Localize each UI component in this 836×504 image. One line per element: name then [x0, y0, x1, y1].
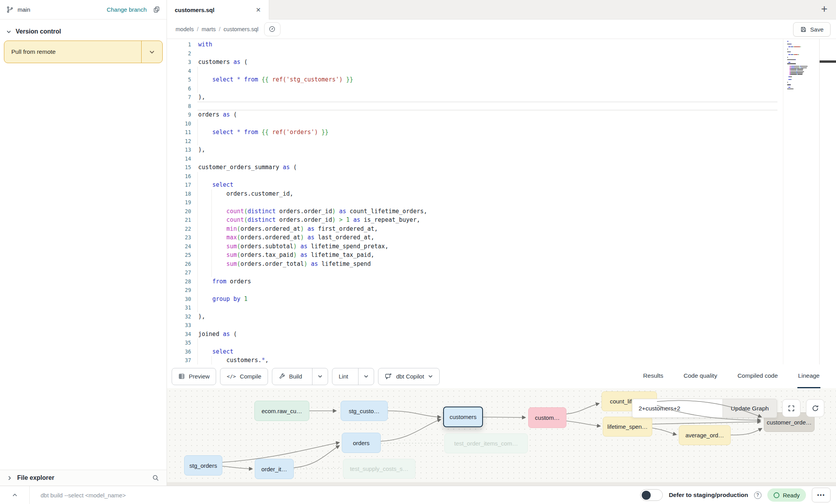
more-options-button[interactable]: •••: [812, 488, 831, 502]
defer-toggle[interactable]: [640, 489, 663, 501]
code-editor[interactable]: 1with23customers as (45 select * from {{…: [167, 39, 836, 364]
code-line[interactable]: 7),: [167, 93, 836, 102]
code-line[interactable]: 19: [167, 198, 836, 207]
code-line[interactable]: 22 min(orders.ordered_at) as first_order…: [167, 225, 836, 233]
pull-dropdown-chevron[interactable]: [141, 41, 162, 63]
build-split-button: Build: [272, 368, 328, 385]
tab-code-quality[interactable]: Code quality: [683, 364, 718, 388]
code-line[interactable]: 10: [167, 119, 836, 128]
code-line[interactable]: 6: [167, 84, 836, 93]
lineage-node[interactable]: customers: [443, 407, 483, 427]
lineage-node[interactable]: test_supply_costs_s…: [343, 459, 415, 479]
code-line[interactable]: 1with: [167, 40, 836, 49]
code-line[interactable]: 16: [167, 172, 836, 181]
code-line[interactable]: 34joined as (: [167, 330, 836, 339]
code-line[interactable]: 27: [167, 268, 836, 277]
close-icon[interactable]: ✕: [256, 6, 261, 14]
code-line[interactable]: 18 orders.customer_id,: [167, 189, 836, 198]
lineage-hscrollbar[interactable]: [167, 482, 836, 486]
lineage-node[interactable]: stg_custo…: [341, 401, 388, 421]
tab-results[interactable]: Results: [643, 364, 664, 388]
code-line[interactable]: 3customers as (: [167, 58, 836, 67]
breadcrumb-models[interactable]: models: [176, 26, 194, 32]
save-label: Save: [810, 26, 824, 33]
code-line[interactable]: 31: [167, 303, 836, 312]
code-line[interactable]: 5 select * from {{ ref('stg_customers') …: [167, 75, 836, 84]
dbt-ide-app: main Change branch Version control Pull …: [0, 0, 836, 504]
code-line[interactable]: 21 count(distinct orders.order_id) > 1 a…: [167, 216, 836, 225]
lint-dropdown-chevron[interactable]: [358, 368, 374, 385]
code-line[interactable]: 37 customers.*,: [167, 356, 836, 364]
lineage-node[interactable]: average_ord…: [679, 425, 731, 445]
code-line[interactable]: 11 select * from {{ ref('orders') }}: [167, 128, 836, 137]
breadcrumb-file[interactable]: customers.sql: [224, 26, 258, 32]
command-input[interactable]: dbt build --select <model_name>: [41, 492, 126, 499]
lineage-node[interactable]: custom…: [528, 407, 566, 428]
chevron-down-icon: [6, 29, 11, 34]
status-badge[interactable]: Ready: [767, 488, 806, 502]
breadcrumb-separator: /: [197, 26, 199, 32]
lineage-selector-input[interactable]: 2+customers+2: [632, 399, 722, 418]
help-icon[interactable]: ?: [754, 492, 761, 499]
code-line[interactable]: 2: [167, 49, 836, 58]
code-line[interactable]: 20 count(distinct orders.order_id) as co…: [167, 207, 836, 216]
lineage-canvas[interactable]: ecom.raw_cu…stg_custo…customerscustom…or…: [167, 388, 836, 486]
lineage-node[interactable]: stg_orders: [184, 455, 222, 476]
terminal-expand-button[interactable]: [0, 486, 30, 504]
lint-button[interactable]: Lint: [332, 368, 354, 385]
file-explorer-row[interactable]: File explorer: [0, 470, 167, 486]
code-line[interactable]: 23 max(orders.ordered_at) as last_ordere…: [167, 233, 836, 242]
code-line[interactable]: 9orders as (: [167, 110, 836, 119]
copy-icon[interactable]: [153, 6, 160, 13]
breadcrumb-separator: /: [219, 26, 220, 32]
refresh-button[interactable]: [806, 399, 824, 417]
overview-ruler-thumb[interactable]: [820, 60, 836, 63]
change-branch-link[interactable]: Change branch: [106, 6, 147, 13]
code-line[interactable]: 15customer_orders_summary as (: [167, 163, 836, 172]
tab-customers-sql[interactable]: customers.sql ✕: [167, 0, 269, 19]
lineage-node[interactable]: orders: [342, 433, 381, 453]
minimap[interactable]: [783, 39, 817, 364]
code-line[interactable]: 24 sum(orders.subtotal) as lifetime_spen…: [167, 242, 836, 251]
dbt-copilot-button[interactable]: dbt Copilot: [378, 368, 440, 385]
tab-lineage[interactable]: Lineage: [797, 364, 820, 388]
code-line[interactable]: 30 group by 1: [167, 295, 836, 304]
breadcrumb-marts[interactable]: marts: [202, 26, 216, 32]
code-line[interactable]: 26 sum(orders.order_total) as lifetime_s…: [167, 260, 836, 269]
update-graph-button[interactable]: Update Graph: [722, 399, 777, 418]
new-tab-button[interactable]: +: [821, 3, 827, 15]
build-dropdown-chevron[interactable]: [312, 368, 328, 385]
code-line[interactable]: 12: [167, 137, 836, 146]
code-line[interactable]: 29: [167, 286, 836, 295]
overview-ruler[interactable]: [819, 39, 836, 364]
code-line[interactable]: 35: [167, 338, 836, 347]
chevron-up-icon: [12, 492, 18, 498]
preview-label: Preview: [189, 373, 209, 380]
lineage-node[interactable]: ecom.raw_cu…: [254, 401, 309, 421]
code-line[interactable]: 32),: [167, 312, 836, 321]
tab-compiled-code[interactable]: Compiled code: [737, 364, 778, 388]
code-line[interactable]: 36 select: [167, 347, 836, 356]
code-line[interactable]: 33: [167, 321, 836, 330]
version-control-header[interactable]: Version control: [0, 19, 167, 41]
save-button[interactable]: Save: [793, 22, 831, 37]
pull-from-remote-button[interactable]: Pull from remote: [4, 41, 163, 63]
search-icon[interactable]: [152, 474, 160, 482]
code-line[interactable]: 4: [167, 67, 836, 76]
code-line[interactable]: 17 select: [167, 180, 836, 189]
code-line[interactable]: 8: [167, 102, 836, 111]
code-line[interactable]: 25 sum(orders.tax_paid) as lifetime_tax_…: [167, 251, 836, 260]
lineage-node[interactable]: lifetime_spen…: [603, 417, 652, 437]
file-explorer-label: File explorer: [17, 474, 54, 481]
compile-button[interactable]: </> Compile: [220, 368, 268, 385]
code-line[interactable]: 28 from orders: [167, 277, 836, 286]
git-branch-icon: [6, 6, 14, 13]
fullscreen-button[interactable]: [782, 399, 801, 417]
lineage-node[interactable]: test_order_items_com…: [444, 433, 528, 453]
code-line[interactable]: 13),: [167, 145, 836, 154]
lineage-node[interactable]: order_it…: [255, 459, 294, 479]
build-button[interactable]: Build: [272, 368, 308, 385]
copilot-compass-button[interactable]: [264, 22, 280, 36]
code-line[interactable]: 14: [167, 154, 836, 163]
preview-button[interactable]: Preview: [172, 368, 216, 385]
